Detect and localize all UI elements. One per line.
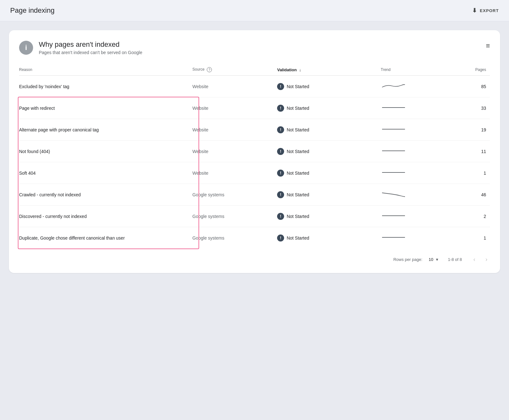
- validation-indicator: !: [277, 191, 284, 198]
- pages-cell: 11: [452, 141, 490, 162]
- validation-cell: !Not Started: [273, 76, 377, 97]
- validation-indicator: !: [277, 170, 284, 177]
- col-pages: Pages: [452, 64, 490, 76]
- card-heading: Why pages aren't indexed: [39, 40, 142, 49]
- trend-cell: [377, 162, 452, 184]
- source-cell: Website: [189, 119, 273, 141]
- next-page-button[interactable]: ›: [483, 255, 490, 264]
- page-title: Page indexing: [10, 6, 54, 15]
- validation-indicator: !: [277, 148, 284, 155]
- table-row: Excluded by 'noindex' tagWebsite!Not Sta…: [19, 76, 490, 97]
- validation-indicator: !: [277, 105, 284, 112]
- source-cell: Google systems: [189, 184, 273, 206]
- validation-cell: !Not Started: [273, 97, 377, 119]
- col-reason: Reason: [19, 64, 189, 76]
- reason-cell[interactable]: Duplicate, Google chose different canoni…: [19, 227, 189, 249]
- rows-per-page-value: 10: [429, 257, 433, 262]
- reason-cell[interactable]: Not found (404): [19, 141, 189, 162]
- source-cell: Website: [189, 141, 273, 162]
- sort-arrow[interactable]: ↓: [299, 67, 301, 72]
- reason-cell[interactable]: Excluded by 'noindex' tag: [19, 76, 189, 97]
- info-circle: i: [19, 41, 33, 55]
- trend-cell: [377, 119, 452, 141]
- pages-cell: 1: [452, 227, 490, 249]
- reason-cell[interactable]: Discovered - currently not indexed: [19, 206, 189, 227]
- validation-cell: !Not Started: [273, 227, 377, 249]
- trend-cell: [377, 97, 452, 119]
- validation-cell: !Not Started: [273, 162, 377, 184]
- validation-status: Not Started: [287, 84, 309, 89]
- rows-per-page-label: Rows per page:: [393, 257, 422, 262]
- col-trend: Trend: [377, 64, 452, 76]
- validation-indicator: !: [277, 213, 284, 220]
- col-validation: Validation ↓: [273, 64, 377, 76]
- validation-cell: !Not Started: [273, 206, 377, 227]
- pages-cell: 2: [452, 206, 490, 227]
- validation-status: Not Started: [287, 127, 309, 132]
- filter-icon[interactable]: ≡: [486, 42, 490, 50]
- top-bar: Page indexing ⬇ EXPORT: [0, 0, 509, 21]
- source-cell: Website: [189, 76, 273, 97]
- col-source: Source ?: [189, 64, 273, 76]
- validation-indicator: !: [277, 126, 284, 133]
- pages-cell: 1: [452, 162, 490, 184]
- table-row: Alternate page with proper canonical tag…: [19, 119, 490, 141]
- trend-cell: [377, 227, 452, 249]
- validation-status: Not Started: [287, 192, 309, 197]
- trend-cell: [377, 141, 452, 162]
- card-subheading: Pages that aren't indexed can't be serve…: [39, 50, 142, 55]
- pages-cell: 19: [452, 119, 490, 141]
- trend-cell: [377, 76, 452, 97]
- pagination-info: 1-8 of 8: [448, 257, 462, 262]
- reason-cell[interactable]: Page with redirect: [19, 97, 189, 119]
- trend-cell: [377, 206, 452, 227]
- validation-status: Not Started: [287, 149, 309, 154]
- validation-status: Not Started: [287, 106, 309, 111]
- validation-status: Not Started: [287, 214, 309, 219]
- validation-status: Not Started: [287, 171, 309, 176]
- validation-cell: !Not Started: [273, 141, 377, 162]
- pages-cell: 33: [452, 97, 490, 119]
- export-button[interactable]: ⬇ EXPORT: [472, 7, 499, 14]
- export-icon: ⬇: [472, 7, 477, 14]
- pages-cell: 46: [452, 184, 490, 206]
- pages-cell: 85: [452, 76, 490, 97]
- reason-cell[interactable]: Crawled - currently not indexed: [19, 184, 189, 206]
- validation-indicator: !: [277, 234, 284, 242]
- source-cell: Website: [189, 97, 273, 119]
- validation-status: Not Started: [287, 235, 309, 241]
- table-row: Discovered - currently not indexedGoogle…: [19, 206, 490, 227]
- validation-indicator: !: [277, 83, 284, 90]
- validation-cell: !Not Started: [273, 119, 377, 141]
- source-cell: Google systems: [189, 206, 273, 227]
- export-label: EXPORT: [480, 8, 499, 13]
- validation-cell: !Not Started: [273, 184, 377, 206]
- table-row: Duplicate, Google chose different canoni…: [19, 227, 490, 249]
- rows-per-page-chevron[interactable]: ▼: [435, 257, 439, 262]
- table-row: Not found (404)Website!Not Started11: [19, 141, 490, 162]
- table-row: Page with redirectWebsite!Not Started33: [19, 97, 490, 119]
- reason-cell[interactable]: Soft 404: [19, 162, 189, 184]
- source-cell: Website: [189, 162, 273, 184]
- table-row: Soft 404Website!Not Started1: [19, 162, 490, 184]
- trend-cell: [377, 184, 452, 206]
- source-cell: Google systems: [189, 227, 273, 249]
- prev-page-button[interactable]: ‹: [471, 255, 478, 264]
- reason-cell[interactable]: Alternate page with proper canonical tag: [19, 119, 189, 141]
- table-row: Crawled - currently not indexedGoogle sy…: [19, 184, 490, 206]
- source-question-icon[interactable]: ?: [207, 67, 212, 72]
